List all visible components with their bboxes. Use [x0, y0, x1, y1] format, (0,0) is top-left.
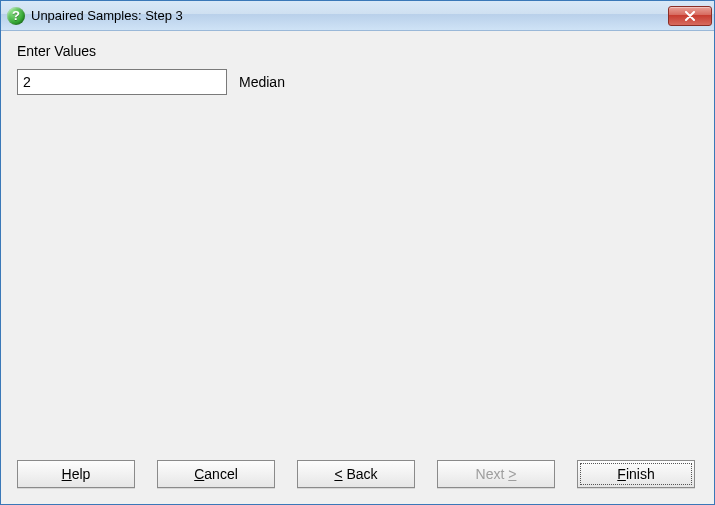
dialog-window: ? Unpaired Samples: Step 3 Enter Values …: [0, 0, 715, 505]
prompt-label: Enter Values: [17, 43, 698, 59]
median-input[interactable]: [17, 69, 227, 95]
field-row: Median: [17, 69, 698, 95]
median-label: Median: [239, 74, 285, 90]
button-row: Help Cancel < Back Next > Finish: [17, 454, 698, 492]
titlebar: ? Unpaired Samples: Step 3: [1, 1, 714, 31]
spacer: [17, 95, 698, 454]
content-area: Enter Values Median Help Cancel < Back N…: [1, 31, 714, 504]
close-icon: [684, 11, 696, 21]
cancel-button[interactable]: Cancel: [157, 460, 275, 488]
finish-button[interactable]: Finish: [577, 460, 695, 488]
back-button[interactable]: < Back: [297, 460, 415, 488]
next-button: Next >: [437, 460, 555, 488]
help-button[interactable]: Help: [17, 460, 135, 488]
close-button[interactable]: [668, 6, 712, 26]
window-title: Unpaired Samples: Step 3: [31, 8, 668, 23]
help-icon: ?: [7, 7, 25, 25]
